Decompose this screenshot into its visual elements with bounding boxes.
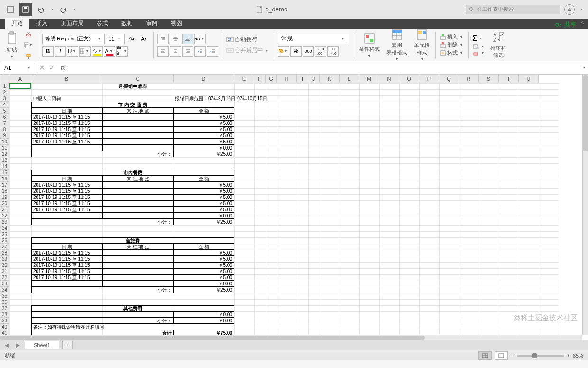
align-center-icon[interactable] — [170, 46, 181, 57]
tab-layout[interactable]: 页面布局 — [54, 18, 90, 29]
sort-filter-button[interactable]: AZ 排序和 筛选 — [488, 31, 508, 59]
cell[interactable]: 2017-10-19 11:15 至 11:15 — [31, 132, 102, 139]
row-header[interactable]: 10 — [0, 139, 9, 145]
cell[interactable]: ￥25.00 — [174, 219, 234, 225]
cell[interactable]: 来 往 地 点 — [102, 108, 174, 114]
cell[interactable]: 2017-10-19 11:15 至 11:15 — [31, 126, 102, 132]
cell[interactable]: 金 额 — [174, 244, 234, 250]
cell[interactable] — [31, 281, 102, 287]
percent-icon[interactable]: % — [290, 46, 302, 57]
column-header[interactable]: C — [102, 75, 174, 83]
underline-button[interactable]: U▾ — [67, 46, 78, 57]
row-header[interactable]: 28 — [0, 250, 9, 256]
row-header[interactable]: 38 — [0, 311, 9, 318]
row-header[interactable]: 29 — [0, 256, 9, 262]
row-header[interactable]: 27 — [0, 244, 9, 250]
zoom-slider[interactable] — [517, 355, 564, 357]
cell[interactable]: ￥5.00 — [174, 200, 234, 207]
share-button[interactable]: 共享 — [555, 20, 577, 29]
row-header[interactable]: 11 — [0, 145, 9, 151]
row-header[interactable]: 24 — [0, 225, 9, 231]
cell[interactable]: 2017-10-19 11:15 至 11:15 — [31, 207, 102, 213]
cell[interactable]: ￥5.00 — [174, 182, 234, 188]
conditional-format-button[interactable]: 条件格式▾ — [357, 32, 382, 58]
customize-dropdown[interactable]: ▾ — [72, 7, 78, 11]
zoom-out-icon[interactable]: − — [511, 353, 514, 359]
spreadsheet-grid[interactable]: ABCDEFGHIJKLMNOPQRSTU 123456789101112131… — [0, 75, 588, 340]
row-header[interactable]: 7 — [0, 120, 9, 126]
column-header[interactable]: R — [459, 75, 479, 83]
save-icon[interactable] — [19, 3, 32, 16]
wrap-text-button[interactable]: 自动换行 — [226, 36, 270, 44]
cell[interactable]: ￥25.00 — [174, 151, 234, 157]
row-header[interactable]: 1 — [0, 83, 9, 89]
feedback-icon[interactable]: ☺ — [564, 4, 575, 15]
increase-indent-icon[interactable] — [207, 46, 218, 57]
cell[interactable]: ￥25.00 — [174, 287, 234, 293]
column-header[interactable]: S — [479, 75, 499, 83]
undo-dropdown[interactable]: ▾ — [49, 7, 55, 11]
tab-data[interactable]: 数据 — [115, 18, 139, 29]
row-header[interactable]: 14 — [0, 163, 9, 170]
zoom-in-icon[interactable]: + — [567, 353, 570, 359]
collapse-ribbon-icon[interactable]: ^ — [577, 20, 588, 29]
search-input[interactable]: 在工作表中搜索 — [466, 5, 560, 14]
cell[interactable]: ￥0.00 — [174, 213, 234, 219]
cell[interactable]: ￥5.00 — [174, 250, 234, 256]
orientation-icon[interactable]: ab▾ — [194, 34, 206, 44]
vertical-scrollbar[interactable] — [582, 75, 588, 335]
column-header[interactable]: E — [234, 75, 254, 83]
cell[interactable]: 2017-10-19 11:15 至 11:15 — [31, 120, 102, 126]
redo-icon[interactable] — [57, 3, 70, 16]
cell[interactable] — [102, 145, 174, 151]
cell[interactable]: ￥5.00 — [174, 274, 234, 281]
increase-font-icon[interactable]: A▴ — [126, 34, 137, 44]
italic-button[interactable]: I — [55, 46, 66, 57]
cell[interactable]: 市内餐费 — [31, 170, 234, 176]
column-header[interactable]: A — [9, 75, 31, 83]
cell[interactable]: ￥5.00 — [174, 262, 234, 268]
cell[interactable] — [102, 200, 174, 207]
tab-insert[interactable]: 插入 — [29, 18, 54, 29]
cell[interactable] — [102, 132, 174, 139]
cell[interactable]: ￥0.00 — [174, 145, 234, 151]
sheet-tab[interactable]: Sheet1 — [25, 341, 59, 349]
format-cells-button[interactable]: 格式▾ — [440, 49, 464, 57]
align-right-icon[interactable] — [182, 46, 193, 57]
cell[interactable] — [102, 114, 174, 120]
cell[interactable]: ￥0.00 — [174, 318, 234, 324]
column-header[interactable]: G — [266, 75, 277, 83]
align-bottom-icon[interactable] — [182, 34, 193, 44]
cell[interactable] — [102, 182, 174, 188]
column-header[interactable]: K — [320, 75, 340, 83]
tab-formula[interactable]: 公式 — [90, 18, 115, 29]
row-header[interactable]: 17 — [0, 182, 9, 188]
row-header[interactable]: 30 — [0, 262, 9, 268]
column-header[interactable]: P — [419, 75, 439, 83]
normal-view-icon[interactable] — [478, 351, 492, 360]
decrease-font-icon[interactable]: A▾ — [138, 34, 149, 44]
row-header[interactable]: 18 — [0, 188, 9, 194]
cell[interactable] — [102, 188, 174, 194]
cell[interactable] — [102, 194, 174, 200]
row-header[interactable]: 31 — [0, 268, 9, 274]
cell[interactable]: ￥5.00 — [174, 114, 234, 120]
row-header[interactable]: 16 — [0, 176, 9, 182]
cell[interactable]: ￥5.00 — [174, 120, 234, 126]
tab-view[interactable]: 视图 — [164, 18, 189, 29]
cell[interactable]: 2017-10-19 11:15 至 11:15 — [31, 250, 102, 256]
column-header[interactable]: N — [379, 75, 399, 83]
column-header[interactable]: D — [174, 75, 234, 83]
cell[interactable]: 小计： — [31, 219, 174, 225]
cell[interactable]: 2017-10-19 11:15 至 11:15 — [31, 268, 102, 274]
row-header[interactable]: 8 — [0, 126, 9, 132]
row-header[interactable]: 32 — [0, 274, 9, 281]
page-layout-view-icon[interactable] — [495, 351, 508, 360]
paste-button[interactable]: 粘贴 — [6, 31, 18, 54]
clear-icon[interactable]: ▾ — [472, 50, 486, 56]
cell[interactable]: 2017-10-19 11:15 至 11:15 — [31, 200, 102, 207]
cell[interactable]: ￥5.00 — [174, 256, 234, 262]
cell[interactable]: 其他费用 — [31, 305, 234, 311]
comma-icon[interactable]: 000 — [303, 46, 314, 57]
table-format-button[interactable]: 套用 表格格式▾ — [385, 28, 409, 61]
